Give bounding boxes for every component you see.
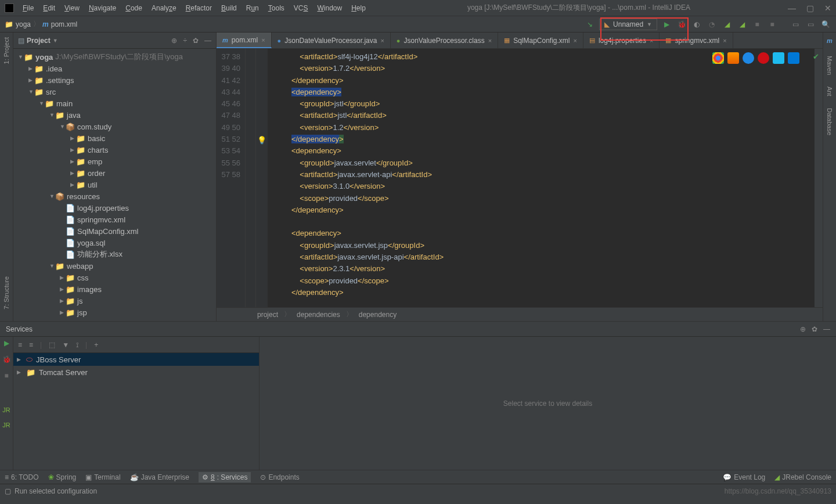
target-icon[interactable]: ⊕ <box>800 325 806 333</box>
crumb-dependency[interactable]: dependency <box>359 311 397 319</box>
maximize-icon[interactable]: ▢ <box>806 3 814 13</box>
hide-icon[interactable]: — <box>204 37 211 45</box>
tree-item[interactable]: ▶📁jsp <box>13 307 216 318</box>
menu-file[interactable]: File <box>19 3 38 13</box>
tree-item[interactable]: ▼📁java <box>13 109 216 121</box>
event-log[interactable]: 💬Event Log <box>723 473 765 481</box>
editor-tab[interactable]: ●JsonDateValueProcessor.java× <box>272 33 391 48</box>
tool-structure[interactable]: 7: Structure <box>3 276 10 309</box>
target-icon[interactable]: ⊕ <box>171 37 177 45</box>
add-icon[interactable]: + <box>94 341 98 349</box>
editor-tab[interactable]: ▤log4j.properties× <box>583 33 660 48</box>
tree-item[interactable]: ▼📦com.study <box>13 121 216 132</box>
tb-icon[interactable]: ⬚ <box>49 341 55 349</box>
debug-icon[interactable]: 🐞 <box>2 355 11 363</box>
crumb-dependencies[interactable]: dependencies <box>297 311 340 319</box>
services-tree[interactable]: ▶ ⬭ JBoss Server ▶ 📁 Tomcat Server <box>13 353 259 470</box>
code-content[interactable]: <artifactId>slf4j-log4j12</artifactId> <… <box>268 49 815 307</box>
tree-item[interactable]: ▼📁yogaJ:\MySelf\BWFStudy\二阶段项目\yoga <box>13 51 216 63</box>
run-icon[interactable]: ▶ <box>4 339 9 347</box>
project-title[interactable]: Project <box>27 37 51 45</box>
tree-item[interactable]: ▶📁charts <box>13 144 216 156</box>
tree-item[interactable]: ▶📁basic <box>13 132 216 144</box>
jr-icon-1[interactable]: ◢ <box>721 19 733 30</box>
tree-item[interactable]: ▶📁WEB-INF <box>13 318 216 321</box>
status-icon[interactable]: ▢ <box>5 487 11 495</box>
tool-endpoints[interactable]: ⊙Endpoints <box>260 473 299 481</box>
tool-terminal[interactable]: ▣Terminal <box>85 473 120 481</box>
chrome-icon[interactable] <box>712 52 724 64</box>
tree-item[interactable]: 📄springmvc.xml <box>13 214 216 225</box>
profile-icon[interactable]: ◔ <box>706 19 718 30</box>
project-tree[interactable]: ▼📁yogaJ:\MySelf\BWFStudy\二阶段项目\yoga▶📁.id… <box>13 49 216 321</box>
tool-todo[interactable]: ≡6: TODO <box>5 473 39 481</box>
stop-icon-2[interactable]: ■ <box>766 19 778 30</box>
editor-tab[interactable]: mpom.xml× <box>217 33 272 48</box>
tool-ant[interactable]: Ant <box>826 87 833 96</box>
search-icon[interactable]: 🔍 <box>820 19 831 30</box>
menu-refactor[interactable]: Refactor <box>182 3 216 13</box>
breadcrumb-file[interactable]: pom.xml <box>51 20 77 28</box>
chevron-down-icon[interactable]: ▼ <box>53 38 58 44</box>
menu-edit[interactable]: Edit <box>39 3 59 13</box>
run-config-selector[interactable]: ◣ Unnamed ▼ <box>599 19 657 30</box>
service-jboss[interactable]: ▶ ⬭ JBoss Server <box>13 353 259 366</box>
menu-run[interactable]: Run <box>242 3 263 13</box>
tree-item[interactable]: ▶📁images <box>13 283 216 295</box>
tool-java-ee[interactable]: ☕Java Enterprise <box>130 473 189 481</box>
menu-analyze[interactable]: Analyze <box>147 3 181 13</box>
jrebel-console[interactable]: ◢JRebel Console <box>774 473 831 481</box>
tree-item[interactable]: ▶📁util <box>13 179 216 190</box>
tool-services[interactable]: ⚙8: Services <box>199 472 251 483</box>
service-tomcat[interactable]: ▶ 📁 Tomcat Server <box>13 366 259 379</box>
safari-icon[interactable] <box>743 52 754 64</box>
code-editor[interactable]: 37 38 39 40 41 42 43 44 45 46 47 48 49 5… <box>217 49 823 307</box>
opera-icon[interactable] <box>758 52 769 64</box>
tree-item[interactable]: 📄log4j.properties <box>13 202 216 214</box>
gear-icon[interactable]: ✿ <box>812 325 817 333</box>
ie-icon[interactable] <box>773 52 784 64</box>
tree-item[interactable]: 📄功能分析.xlsx <box>13 249 216 260</box>
tree-item[interactable]: 📄SqlMapConfig.xml <box>13 225 216 237</box>
tree-item[interactable]: 📄yoga.sql <box>13 237 216 249</box>
close-icon[interactable]: ✕ <box>824 3 831 13</box>
tree-item[interactable]: ▶📁order <box>13 167 216 179</box>
gear-icon[interactable]: ✿ <box>193 37 199 45</box>
tb-icon[interactable]: ▼ <box>62 341 69 349</box>
minimize-icon[interactable]: — <box>788 3 796 13</box>
editor-tab[interactable]: ●JsonValueProcessor.class× <box>391 33 498 48</box>
lightbulb-icon[interactable]: 💡 <box>257 136 266 145</box>
menu-view[interactable]: View <box>60 3 84 13</box>
tool-maven[interactable]: m <box>827 37 833 44</box>
menu-build[interactable]: Build <box>217 3 241 13</box>
close-tab-icon[interactable]: × <box>380 37 384 44</box>
tree-item[interactable]: ▼📁main <box>13 98 216 109</box>
editor-scrollbar[interactable] <box>815 49 823 307</box>
tree-item[interactable]: ▶📁emp <box>13 156 216 167</box>
tb-icon[interactable]: ⟟ <box>76 341 78 349</box>
breadcrumb-root[interactable]: yoga <box>16 20 31 28</box>
menu-vcs[interactable]: VCS <box>290 3 312 13</box>
close-tab-icon[interactable]: × <box>574 37 577 44</box>
tb-icon[interactable]: ≡ <box>18 341 22 349</box>
hammer-icon[interactable]: ↘ <box>584 19 596 30</box>
hide-icon[interactable]: — <box>823 325 830 333</box>
menu-window[interactable]: Window <box>313 3 346 13</box>
menu-help[interactable]: Help <box>347 3 370 13</box>
tree-item[interactable]: ▶📁js <box>13 295 216 307</box>
layout-icon[interactable]: ▭ <box>790 19 801 30</box>
tree-item[interactable]: ▶📁.idea <box>13 63 216 74</box>
close-tab-icon[interactable]: × <box>261 37 265 44</box>
editor-tab[interactable]: ▦SqlMapConfig.xml× <box>498 33 583 48</box>
close-tab-icon[interactable]: × <box>723 37 726 44</box>
expand-icon[interactable]: ÷ <box>183 37 187 45</box>
tree-item[interactable]: ▼📁webapp <box>13 260 216 272</box>
tree-item[interactable]: ▶📁css <box>13 272 216 283</box>
stop-icon[interactable]: ■ <box>4 372 8 380</box>
menu-code[interactable]: Code <box>121 3 146 13</box>
coverage-icon[interactable]: ◐ <box>691 19 702 30</box>
tree-item[interactable]: ▶📁.settings <box>13 74 216 86</box>
layout-icon-2[interactable]: ▭ <box>805 19 816 30</box>
jr-icon-2[interactable]: ◢ <box>736 19 748 30</box>
menu-tools[interactable]: Tools <box>264 3 289 13</box>
